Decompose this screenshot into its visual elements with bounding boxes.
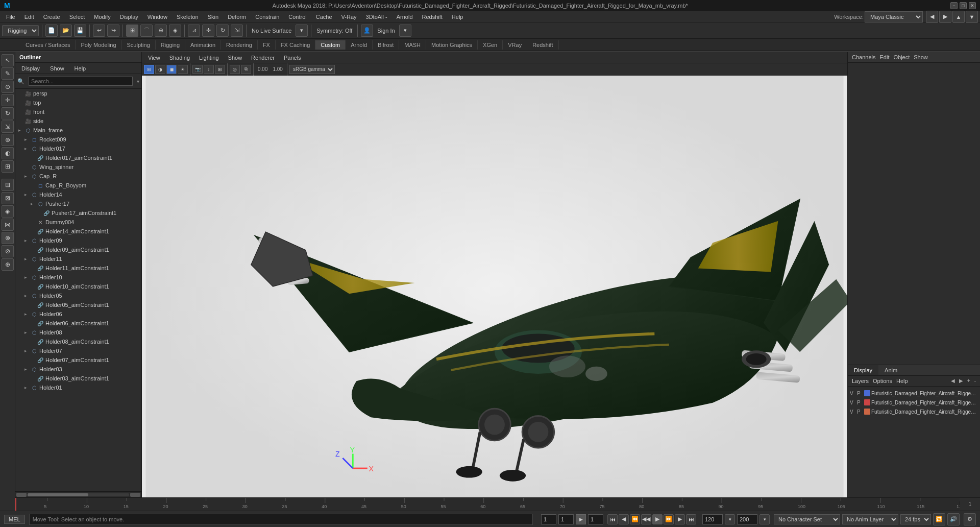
menu-arnold[interactable]: Arnold [393,13,417,21]
tree-item-rocket009[interactable]: ▸ ◻ Rocket009 [15,135,141,144]
vp-manip-btn[interactable]: ↕ [204,65,214,74]
frame-playback-indicator[interactable]: ▶ [576,514,586,524]
object-menu[interactable]: Object [893,54,910,60]
outliner-show-menu[interactable]: Show [46,64,68,73]
sign-in-btn[interactable]: 👤 [361,25,373,37]
viewport-lighting-menu[interactable]: Lighting [195,54,223,62]
viewport-panels-menu[interactable]: Panels [280,54,305,62]
tab-sculpting[interactable]: Sculpting [122,40,156,50]
scale-tool[interactable]: ⇲ [2,121,14,133]
rotate-tool-btn[interactable]: ↻ [216,25,229,37]
tree-item-side[interactable]: 🎥 side [15,116,141,126]
command-input-area[interactable]: Move Tool: Select an object to move. [29,514,533,525]
move-tool[interactable]: ✛ [2,94,14,106]
display-tab[interactable]: Display [848,365,878,375]
layer-row-3[interactable]: V P Futuristic_Damaged_Fighter_Aircraft_… [850,407,978,416]
tree-item-holder08-aim[interactable]: 🔗 Holder08_aimConstraint1 [15,337,141,346]
mel-tab[interactable]: MEL [4,515,25,524]
close-button[interactable]: ✕ [969,2,976,9]
menu-3dtoall[interactable]: 3DtoAll - [362,13,391,21]
tree-item-holder09[interactable]: ▸ ⬡ Holder09 [15,236,141,245]
play-btn[interactable]: ▶ [652,514,663,524]
layer-row-2[interactable]: V P Futuristic_Damaged_Fighter_Aircraft_… [850,398,978,407]
layer-icon-3[interactable]: + [967,378,970,384]
frame-current-input[interactable] [558,514,574,524]
tree-item-holder05[interactable]: ▸ ⬡ Holder05 [15,291,141,300]
layers-menu[interactable]: Layers [852,378,869,384]
next-key-btn[interactable]: ⏩ [664,514,674,524]
prev-key-btn[interactable]: ⏪ [630,514,640,524]
viewport-view-menu[interactable]: View [144,54,164,62]
frame-range-end[interactable] [702,514,723,524]
tab-vray[interactable]: VRay [503,40,527,50]
menu-window[interactable]: Window [143,13,172,21]
next-frame-btn[interactable]: ▶ [675,514,685,524]
anim-layer-dropdown[interactable]: No Anim Layer [842,514,898,524]
frame-start-input[interactable] [541,514,556,524]
vp-cam-btn[interactable]: 📷 [192,65,203,74]
new-scene-btn[interactable]: 📄 [45,25,58,37]
tree-item-holder017[interactable]: ▸ ⬡ Holder017 [15,144,141,153]
menu-control[interactable]: Control [284,13,310,21]
vp-grid-btn[interactable]: ⊞ [215,65,225,74]
tab-rigging[interactable]: Rigging [156,40,185,50]
tree-item-cap-r[interactable]: ▸ ⬡ Cap_R [15,172,141,181]
playback-end-toggle[interactable]: ▾ [760,514,770,524]
menu-select[interactable]: Select [65,13,89,21]
select-tool[interactable]: ↖ [2,54,14,66]
open-scene-btn[interactable]: 📂 [60,25,72,37]
move-tool-btn[interactable]: ✛ [202,25,214,37]
tree-item-holder06-aim[interactable]: 🔗 Holder06_aimConstraint1 [15,319,141,328]
playback-end-input[interactable] [737,514,757,524]
outliner-scroll-right[interactable] [130,493,140,497]
tab-animation[interactable]: Animation [185,40,221,50]
tab-bifrost[interactable]: Bifrost [373,40,399,50]
vp-texture-btn[interactable]: ◼ [166,65,177,74]
skip-start-btn[interactable]: ⏮ [607,514,618,524]
layer-p-1[interactable]: P [857,391,863,396]
layer-v-2[interactable]: V [850,400,856,405]
loop-btn[interactable]: 🔁 [933,513,945,525]
maximize-button[interactable]: □ [960,2,967,9]
tree-item-persp[interactable]: 🎥 persp [15,89,141,98]
tree-item-holder11-aim[interactable]: 🔗 Holder11_aimConstraint1 [15,264,141,273]
tree-item-holder07-aim[interactable]: 🔗 Holder07_aimConstraint1 [15,355,141,365]
tree-item-front[interactable]: 🎥 front [15,107,141,116]
menu-skeleton[interactable]: Skeleton [173,13,203,21]
snap-curve-btn[interactable]: ⌒ [140,25,153,37]
right-btn-2[interactable]: ▶ [939,11,951,23]
tab-motion-graphics[interactable]: Motion Graphics [426,40,478,50]
select-tool-btn[interactable]: ⊿ [188,25,200,37]
paint-tool[interactable]: ✎ [2,67,14,80]
layer-p-3[interactable]: P [857,409,863,415]
snap-point-btn[interactable]: ⊕ [155,25,167,37]
tree-item-cap-r-boyyom[interactable]: ◻ Cap_R_Boyyom [15,181,141,190]
tree-item-wing-spinner[interactable]: ⬡ Wing_spinner [15,162,141,172]
tab-xgen[interactable]: XGen [478,40,503,50]
tab-mash[interactable]: MASH [399,40,426,50]
undo-btn[interactable]: ↩ [93,25,105,37]
menu-display[interactable]: Display [116,13,142,21]
vp-light-btn[interactable]: ☀ [178,65,188,74]
menu-cache[interactable]: Cache [312,13,336,21]
sign-in-dropdown[interactable]: ▾ [399,25,411,37]
frame-range-start[interactable] [588,514,603,524]
lasso-tool[interactable]: ⊙ [2,81,14,93]
tree-item-holder07[interactable]: ▸ ⬡ Holder07 [15,346,141,355]
layer-v-1[interactable]: V [850,391,856,396]
play-back-btn[interactable]: ◀◀ [641,514,651,524]
menu-edit[interactable]: Edit [20,13,38,21]
tree-item-holder14[interactable]: ▸ ⬡ Holder14 [15,190,141,199]
outliner-scroll-left[interactable] [16,493,27,497]
layer-p-2[interactable]: P [857,400,863,405]
timeline-bar[interactable] [15,498,960,511]
layer-v-3[interactable]: V [850,409,856,415]
tree-item-pusher17[interactable]: ▸ ⬡ Pusher17 [15,199,141,208]
audio-btn[interactable]: 🔊 [947,513,960,525]
tree-item-holder08[interactable]: ▸ ⬡ Holder08 [15,328,141,337]
snap-grid-btn[interactable]: ⊞ [126,25,138,37]
vp-display-btn[interactable]: ⧉ [241,65,251,74]
tree-item-holder11[interactable]: ▸ ⬡ Holder11 [15,254,141,264]
tree-item-holder05-aim[interactable]: 🔗 Holder05_aimConstraint1 [15,300,141,309]
save-scene-btn[interactable]: 💾 [74,25,86,37]
